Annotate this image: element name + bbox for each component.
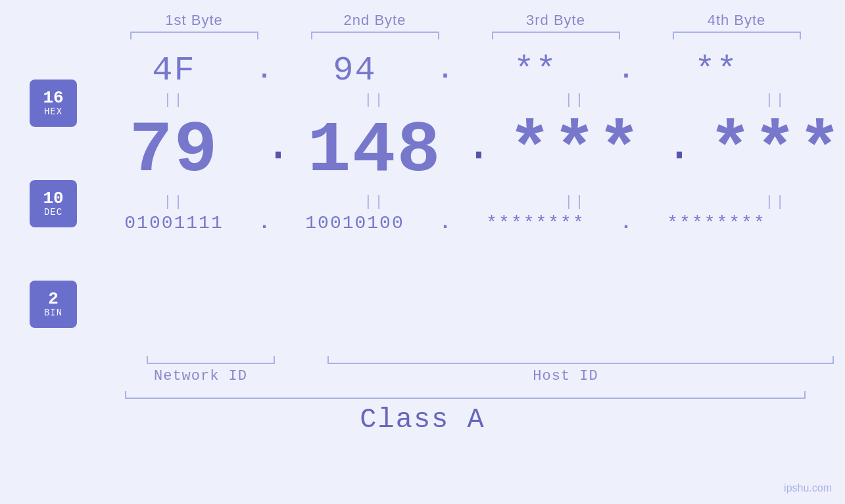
byte-4-header: 4th Byte	[646, 12, 827, 29]
bin-cell-1: 01001111	[84, 213, 264, 233]
equals-8: ||	[685, 194, 845, 210]
bin-row: 01001111 . 10010100 . ******** . *******…	[84, 212, 845, 234]
equals-7: ||	[485, 194, 665, 210]
bracket-line-4	[673, 32, 801, 39]
bin-cell-3: ********	[445, 213, 626, 233]
equals-2: ||	[284, 92, 465, 108]
byte-1-header: 1st Byte	[104, 12, 285, 29]
bracket-line-3	[492, 32, 620, 39]
dec-cell-3: ***	[485, 110, 665, 192]
bottom-brackets	[12, 356, 834, 364]
dec-value-3: ***	[508, 110, 642, 192]
hex-cell-1: 4F	[84, 51, 264, 90]
hex-row: 4F . 94 . ** . **	[84, 51, 845, 90]
hex-cell-4: **	[626, 51, 807, 90]
bracket-1	[104, 32, 285, 39]
equals-5: ||	[84, 194, 264, 210]
host-id-label: Host ID	[293, 368, 838, 384]
byte-2-header: 2nd Byte	[285, 12, 466, 29]
bin-cell-4: ********	[626, 213, 807, 233]
equals-1: ||	[84, 92, 264, 108]
class-bracket	[125, 391, 806, 399]
top-bracket-row	[0, 32, 845, 39]
bracket-4	[646, 32, 827, 39]
bracket-3	[466, 32, 646, 39]
dec-badge-number: 10	[43, 190, 63, 207]
equals-4: ||	[685, 92, 845, 108]
network-bracket	[147, 356, 275, 364]
byte-headers: 1st Byte 2nd Byte 3rd Byte 4th Byte	[0, 0, 845, 29]
bin-value-1: 01001111	[124, 213, 223, 233]
dec-dot-2: .	[465, 120, 485, 182]
equals-6: ||	[284, 194, 465, 210]
data-rows: 4F . 94 . ** . ** || ||	[84, 46, 845, 355]
bin-cell-2: 10010100	[264, 213, 445, 233]
host-bracket	[327, 356, 834, 364]
dec-cell-4: ***	[685, 110, 845, 192]
hex-cell-3: **	[445, 51, 626, 90]
hex-value-2: 94	[333, 51, 376, 90]
dec-row: 79 . 148 . *** . ***	[84, 110, 845, 192]
bracket-line-2	[311, 32, 439, 39]
bracket-line-1	[130, 32, 258, 39]
dec-badge: 10 DEC	[30, 180, 77, 227]
bracket-2	[285, 32, 466, 39]
dec-value-4: ***	[708, 110, 842, 192]
bin-value-3: ********	[486, 213, 585, 233]
bin-value-4: ********	[667, 213, 765, 233]
network-id-label: Network ID	[109, 368, 293, 384]
hex-badge-label: HEX	[44, 106, 62, 117]
hex-cell-2: 94	[264, 51, 445, 90]
equals-row-1: || || || ||	[84, 90, 845, 110]
dec-cell-1: 79	[84, 110, 264, 192]
content-area: 16 HEX 10 DEC 2 BIN 4F . 94	[0, 46, 845, 355]
badge-column: 16 HEX 10 DEC 2 BIN	[30, 46, 77, 355]
equals-3: ||	[485, 92, 665, 108]
dec-cell-2: 148	[284, 110, 465, 192]
hex-badge: 16 HEX	[30, 80, 77, 127]
bin-badge: 2 BIN	[30, 281, 77, 328]
hex-value-4: **	[694, 51, 738, 90]
dec-dot-3: .	[665, 120, 685, 182]
bin-badge-label: BIN	[44, 308, 62, 318]
id-labels: Network ID Host ID	[7, 368, 838, 384]
byte-3-header: 3rd Byte	[466, 12, 646, 29]
bin-value-2: 10010100	[305, 213, 404, 233]
dec-dot-1: .	[264, 120, 284, 182]
footer: ipshu.com	[784, 482, 832, 494]
equals-row-2: || || || ||	[84, 192, 845, 212]
dec-value-2: 148	[307, 110, 441, 192]
hex-value-1: 4F	[152, 51, 195, 90]
bin-badge-number: 2	[48, 290, 59, 308]
dec-badge-label: DEC	[44, 207, 62, 218]
class-label: Class A	[0, 404, 845, 436]
dec-value-1: 79	[129, 110, 218, 192]
hex-badge-number: 16	[43, 89, 63, 106]
main-container: 1st Byte 2nd Byte 3rd Byte 4th Byte 16 H…	[0, 0, 845, 504]
hex-value-3: **	[514, 51, 557, 90]
